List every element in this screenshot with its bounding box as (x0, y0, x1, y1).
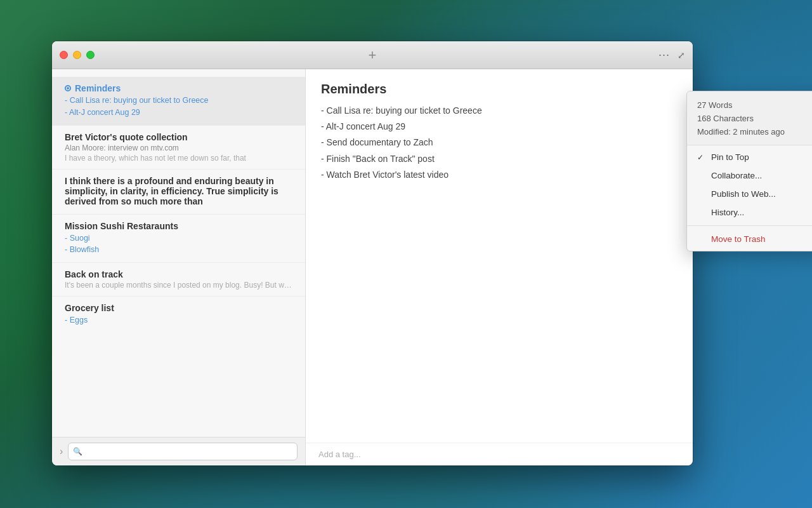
menu-dots-button[interactable]: ··· (658, 48, 670, 62)
sidebar-item-sub-0: - Suogi (65, 232, 292, 244)
add-note-button[interactable]: + (369, 47, 377, 63)
minimize-button[interactable] (73, 51, 81, 59)
sidebar-item-meta: Alan Moore: interview on mtv.com (65, 144, 292, 152)
move-to-trash-item[interactable]: Move to Trash (687, 230, 812, 248)
tag-placeholder: Add a tag... (318, 450, 361, 459)
note-line-2: - Send documentary to Zach (321, 135, 678, 150)
expand-button[interactable]: ⤢ (678, 50, 685, 60)
sidebar-item-sub-1: - Alt-J concert Aug 29 (65, 107, 292, 119)
close-button[interactable] (60, 51, 68, 59)
main-panel: Reminders - Call Lisa re: buying our tic… (306, 69, 693, 465)
trash-label: Move to Trash (711, 234, 766, 244)
sidebar-item-preview: It's been a couple months since I posted… (65, 281, 292, 290)
title-bar-center: + (369, 48, 377, 62)
note-footer[interactable]: Add a tag... (306, 443, 693, 465)
sidebar-item-mission-sushi[interactable]: Mission Sushi Restaraunts - Suogi - Blow… (52, 215, 305, 264)
note-line-4: - Watch Bret Victor's latest video (321, 167, 678, 183)
sidebar-item-sub-eggs: - Eggs (65, 314, 292, 326)
dropdown-divider (687, 225, 812, 226)
search-wrap: 🔍 (68, 443, 298, 460)
sidebar-item-title: Bret Victor's quote collection (65, 132, 292, 142)
collaborate-label: Collaborate... (711, 171, 762, 180)
note-content: Reminders - Call Lisa re: buying our tic… (306, 69, 693, 443)
sidebar-item-title: Grocery list (65, 303, 292, 313)
sidebar-item-simplicity[interactable]: I think there is a profound and enduring… (52, 170, 305, 215)
stat-modified: Modified: 2 minutes ago (697, 126, 812, 139)
sidebar-item-title: Reminders (65, 83, 292, 93)
search-input[interactable] (68, 443, 298, 460)
dropdown-stats: 27 Words 168 Characters Modified: 2 minu… (687, 91, 812, 145)
pin-to-top-label: Pin to Top (711, 152, 749, 162)
dropdown-section-danger: Move to Trash (687, 227, 812, 251)
note-title: Reminders (321, 82, 678, 97)
sidebar-item-sub-1: - Blowfish (65, 244, 292, 256)
maximize-button[interactable] (86, 51, 95, 59)
sidebar-item-sub-0: - Call Lisa re: buying our ticket to Gre… (65, 95, 292, 107)
pin-to-top-item[interactable]: ✓ Pin to Top (687, 148, 812, 166)
sidebar-list: Reminders - Call Lisa re: buying our tic… (52, 69, 305, 437)
sidebar-item-preview: I have a theory, which has not let me do… (65, 154, 292, 163)
sidebar-footer: › 🔍 (52, 437, 305, 465)
sidebar-item-title: Back on track (65, 269, 292, 279)
history-item[interactable]: History... (687, 203, 812, 222)
sidebar-item-title: I think there is a profound and enduring… (65, 176, 292, 206)
dropdown-menu: 27 Words 168 Characters Modified: 2 minu… (686, 91, 812, 251)
note-line-3: - Finish "Back on Track" post (321, 151, 678, 167)
publish-label: Publish to Web... (711, 189, 776, 199)
history-label: History... (711, 208, 744, 217)
sidebar-item-reminders[interactable]: Reminders - Call Lisa re: buying our tic… (52, 77, 305, 126)
note-line-0: - Call Lisa re: buying our ticket to Gre… (321, 103, 678, 119)
sidebar-item-bret-victor[interactable]: Bret Victor's quote collection Alan Moor… (52, 126, 305, 170)
search-icon: 🔍 (73, 447, 82, 456)
sidebar: Reminders - Call Lisa re: buying our tic… (52, 69, 306, 465)
app-window: + ··· ⤢ Reminders - Call Lisa re: buying… (52, 41, 693, 465)
sidebar-item-grocery-list[interactable]: Grocery list - Eggs (52, 297, 305, 333)
publish-to-web-item[interactable]: Publish to Web... (687, 185, 812, 203)
checkmark-icon: ✓ (697, 153, 706, 162)
sidebar-item-back-on-track[interactable]: Back on track It's been a couple months … (52, 263, 305, 297)
traffic-lights (60, 51, 95, 59)
stat-words: 27 Words (697, 99, 812, 112)
dropdown-section-main: ✓ Pin to Top Collaborate... Publish to W… (687, 145, 812, 224)
collaborate-item[interactable]: Collaborate... (687, 166, 812, 185)
title-bar-right: ··· ⤢ (658, 48, 685, 62)
note-line-1: - Alt-J concert Aug 29 (321, 119, 678, 135)
title-bar: + ··· ⤢ (52, 41, 693, 69)
content-area: Reminders - Call Lisa re: buying our tic… (52, 69, 693, 465)
pin-dot-icon (65, 85, 71, 91)
chevron-right-icon[interactable]: › (60, 446, 63, 457)
sidebar-item-title: Mission Sushi Restaraunts (65, 221, 292, 231)
stat-characters: 168 Characters (697, 112, 812, 126)
